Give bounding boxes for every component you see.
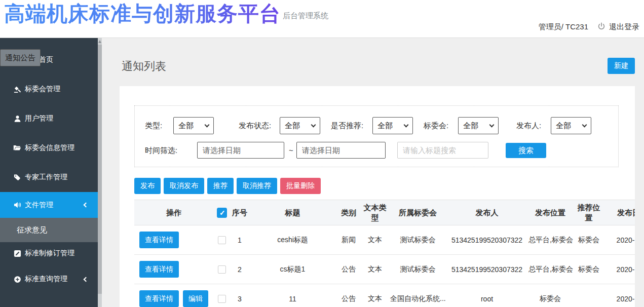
committee-select[interactable]: 全部 [458,117,499,134]
cell-seq: 3 [231,284,249,307]
cell-publish-location: 标委会 [527,284,573,307]
col-header-operation: 操作 [134,200,213,225]
date-end-input[interactable] [296,142,386,159]
cell-committee: 测试标委会 [389,225,446,255]
cell-recommend-location: 标委会 [573,255,604,284]
sidebar-subitem-notice[interactable]: 通知公告 [0,49,41,66]
col-header-publish-location: 发布位置 [527,200,573,225]
sidebar-item-standard-revision-mgmt[interactable]: 标准制修订管理 [0,242,98,264]
sidebar-item-committee-info-mgmt[interactable]: 标委会信息管理 [0,133,98,163]
cell-publish-location: 总平台,标委会 [527,225,573,255]
sidebar-item-label: 标准制修订管理 [25,249,74,258]
chevron-down-icon [205,123,210,128]
sidebar-item-standard-query-mgmt[interactable]: 标准查询管理 [0,264,98,294]
logout-label: 退出登录 [609,22,639,32]
sidebar-item-label: 用户管理 [25,114,53,123]
recommend-select-value: 全部 [377,121,393,130]
top-header: 高端机床标准与创新服务平台 后台管理系统 管理员/ TC231 退出登录 [0,0,644,38]
view-detail-button[interactable]: 查看详情 [139,290,179,307]
action-bar: 发布 取消发布 推荐 取消推荐 批量删除 [134,178,321,194]
page-title: 通知列表 [122,59,166,74]
sidebar-item-committee-mgmt[interactable]: 标委会管理 [0,74,98,104]
committee-filter-label: 标委会: [424,117,448,134]
table-header-row: 操作 序号 标题 类别 文本类型 所属标委会 发布人 发布位置 推荐位置 发布日… [134,200,635,225]
cell-title: cs标题1 [249,255,336,284]
type-select[interactable]: 全部 [173,117,214,134]
cell-recommend-location: 标委会 [573,225,604,255]
plus-circle-icon [13,275,21,283]
col-header-text-type: 文本类型 [361,200,389,225]
edit-button[interactable]: 编辑 [183,290,208,307]
search-button[interactable]: 搜索 [506,143,546,158]
new-button[interactable]: 新建 [608,58,635,74]
table-row: 查看详情 1 ceshi标题 新闻 文本 测试标委会 5134251995203… [134,225,635,255]
publisher-select-value: 全部 [556,121,571,130]
power-icon [597,22,605,32]
cell-title: 11 [249,284,336,307]
view-detail-button[interactable]: 查看详情 [139,261,179,278]
content-panel: 类型: 全部 发布状态: 全部 是否推荐: 全部 标委会: 全部 发布人: [120,86,635,307]
cell-seq: 2 [231,255,249,284]
sidebar-item-label: 标准查询管理 [25,275,67,284]
row-checkbox[interactable] [218,236,226,244]
cell-publisher: root [446,284,527,307]
sidebar-item-user-mgmt[interactable]: 用户管理 [0,104,98,133]
date-range-separator: ~ [289,142,293,159]
pencil-square-icon [13,249,21,257]
current-user-label: 管理员/ TC231 [539,22,588,32]
sidebar-item-label: 标委会管理 [25,85,60,94]
tags-icon [13,173,21,181]
recommend-select[interactable]: 全部 [372,117,413,134]
sidebar-item-file-mgmt[interactable]: 文件管理 [0,192,98,218]
cell-category: 新闻 [336,225,361,255]
user-icon [13,114,21,123]
cell-committee: 全国自动化系统... [389,284,446,307]
publish-status-select-value: 全部 [285,121,300,130]
col-header-seq: 序号 [231,200,249,225]
table-row: 查看详情 2 cs标题1 公告 文本 测试标委会 513425199520307… [134,255,635,284]
sidebar-subitem-opinion[interactable]: 征求意见 [0,218,98,242]
date-start-input[interactable] [197,142,284,159]
sidebar-scrollbar-thumb[interactable] [98,45,102,294]
scrollbar-up-arrow-icon[interactable] [98,40,101,43]
publish-button[interactable]: 发布 [134,178,161,194]
cell-publisher: 513425199520307322 [446,255,527,284]
cell-text-type: 文本 [361,255,389,284]
unrecommend-button[interactable]: 取消推荐 [237,178,277,194]
cell-publisher: 513425199520307322 [446,225,527,255]
batch-delete-button[interactable]: 批量删除 [280,178,321,194]
col-header-category: 类别 [336,200,361,225]
select-all-checkbox[interactable] [217,208,227,218]
sidebar-nav: 平台首页 标委会管理 用户管理 [0,38,98,307]
sidebar-item-label: 文件管理 [25,201,53,210]
row-checkbox[interactable] [218,265,226,274]
platform-logo: 高端机床标准与创新服务平台 [4,0,281,28]
table-row: 查看详情编辑 3 11 公告 文本 全国自动化系统... root 标委会 20… [134,284,635,307]
row-checkbox[interactable] [218,295,226,303]
cell-recommend-location [573,284,604,307]
recommend-filter-label: 是否推荐: [331,117,363,134]
title-search-input[interactable] [397,142,488,159]
filter-box: 类型: 全部 发布状态: 全部 是否推荐: 全部 标委会: 全部 发布人: [134,105,619,167]
chevron-down-icon [489,123,495,128]
publisher-select[interactable]: 全部 [551,117,591,134]
unpublish-button[interactable]: 取消发布 [164,178,204,194]
sidebar-item-label: 标委会信息管理 [25,143,74,152]
chevron-down-icon [582,123,587,128]
cell-publish-date: 2020-11-2 [604,225,635,255]
sidebar-item-label: 专家工作管理 [25,173,67,182]
app-window: 高端机床标准与创新服务平台 后台管理系统 管理员/ TC231 退出登录 [0,0,644,307]
view-detail-button[interactable]: 查看详情 [139,232,179,248]
time-filter-label: 时间筛选: [145,142,177,159]
sidebar-item-expert-work-mgmt[interactable]: 专家工作管理 [0,163,98,192]
type-filter-label: 类型: [145,117,162,134]
logout-button[interactable]: 退出登录 [597,22,639,32]
publish-status-select[interactable]: 全部 [280,117,320,134]
bullhorn-icon [13,201,21,209]
publish-status-filter-label: 发布状态: [239,117,271,134]
gavel-icon [13,85,21,93]
cell-committee: 测试标委会 [389,255,446,284]
cell-publish-location: 总平台,标委会 [527,255,573,284]
recommend-button[interactable]: 推荐 [207,178,234,194]
cell-category: 公告 [336,255,361,284]
